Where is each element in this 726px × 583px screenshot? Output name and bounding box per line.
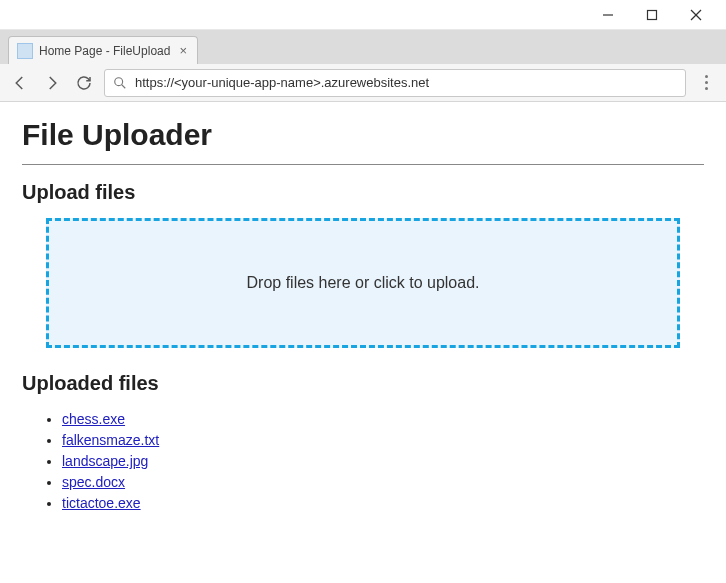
file-link[interactable]: chess.exe xyxy=(62,411,125,427)
list-item: landscape.jpg xyxy=(62,451,704,472)
list-item: falkensmaze.txt xyxy=(62,430,704,451)
list-item: chess.exe xyxy=(62,409,704,430)
browser-menu-button[interactable] xyxy=(696,75,716,90)
reload-button[interactable] xyxy=(74,73,94,93)
list-item: tictactoe.exe xyxy=(62,493,704,514)
file-link[interactable]: spec.docx xyxy=(62,474,125,490)
browser-toolbar: https://<your-unique-app-name>.azurewebs… xyxy=(0,64,726,102)
file-link[interactable]: tictactoe.exe xyxy=(62,495,141,511)
favicon-icon xyxy=(17,43,33,59)
minimize-button[interactable] xyxy=(586,1,630,29)
file-link[interactable]: falkensmaze.txt xyxy=(62,432,159,448)
tab-title: Home Page - FileUploade xyxy=(39,44,171,58)
maximize-button[interactable] xyxy=(630,1,674,29)
close-button[interactable] xyxy=(674,1,718,29)
back-button[interactable] xyxy=(10,73,30,93)
search-icon xyxy=(113,76,127,90)
svg-rect-1 xyxy=(648,10,657,19)
uploaded-files-list: chess.exe falkensmaze.txt landscape.jpg … xyxy=(22,409,704,514)
page-content: File Uploader Upload files Drop files he… xyxy=(0,102,726,530)
svg-line-5 xyxy=(122,84,126,88)
address-url: https://<your-unique-app-name>.azurewebs… xyxy=(135,75,429,90)
browser-tab[interactable]: Home Page - FileUploade × xyxy=(8,36,198,64)
divider xyxy=(22,164,704,165)
upload-dropzone[interactable]: Drop files here or click to upload. xyxy=(46,218,680,348)
window-titlebar xyxy=(0,0,726,30)
file-link[interactable]: landscape.jpg xyxy=(62,453,148,469)
list-item: spec.docx xyxy=(62,472,704,493)
svg-point-4 xyxy=(115,77,123,85)
upload-heading: Upload files xyxy=(22,181,704,204)
page-title: File Uploader xyxy=(22,118,704,152)
dropzone-text: Drop files here or click to upload. xyxy=(247,274,480,292)
tab-close-icon[interactable]: × xyxy=(177,43,189,58)
forward-button[interactable] xyxy=(42,73,62,93)
browser-tabstrip: Home Page - FileUploade × xyxy=(0,30,726,64)
address-bar[interactable]: https://<your-unique-app-name>.azurewebs… xyxy=(104,69,686,97)
uploaded-heading: Uploaded files xyxy=(22,372,704,395)
